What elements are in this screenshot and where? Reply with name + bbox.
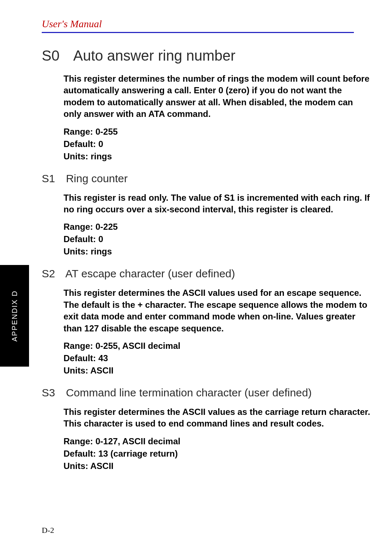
s2-range: Range: 0-255, ASCII decimal — [64, 341, 370, 351]
s3-default: Default: 13 (carriage return) — [64, 449, 370, 459]
header-title: User's Manual — [42, 18, 392, 30]
s2-heading: S2 AT escape character (user defined) — [42, 268, 370, 280]
page: User's Manual S0 Auto answer ring number… — [0, 0, 392, 471]
s0-units: Units: rings — [64, 151, 370, 162]
s0-default: Default: 0 — [64, 139, 370, 149]
appendix-tab: APPENDIX D — [0, 265, 29, 367]
content-area: S0 Auto answer ring number This register… — [42, 33, 370, 471]
s1-range: Range: 0-225 — [64, 222, 370, 232]
s2-default: Default: 43 — [64, 353, 370, 363]
s3-range: Range: 0-127, ASCII decimal — [64, 436, 370, 446]
appendix-tab-label: APPENDIX D — [11, 290, 19, 341]
s1-units: Units: rings — [64, 246, 370, 257]
s1-default: Default: 0 — [64, 234, 370, 244]
page-number: D-2 — [42, 526, 54, 535]
s3-units: Units: ASCII — [64, 461, 370, 471]
s0-range: Range: 0-255 — [64, 127, 370, 137]
s2-description: This register determines the ASCII value… — [64, 287, 370, 334]
s0-description: This register determines the number of r… — [64, 73, 370, 120]
s2-units: Units: ASCII — [64, 366, 370, 376]
s1-description: This register is read only. The value of… — [64, 192, 370, 216]
s3-description: This register determines the ASCII value… — [64, 406, 370, 430]
s3-heading: S3 Command line termination character (u… — [42, 387, 370, 399]
s0-heading: S0 Auto answer ring number — [42, 48, 370, 64]
s1-heading: S1 Ring counter — [42, 172, 370, 185]
